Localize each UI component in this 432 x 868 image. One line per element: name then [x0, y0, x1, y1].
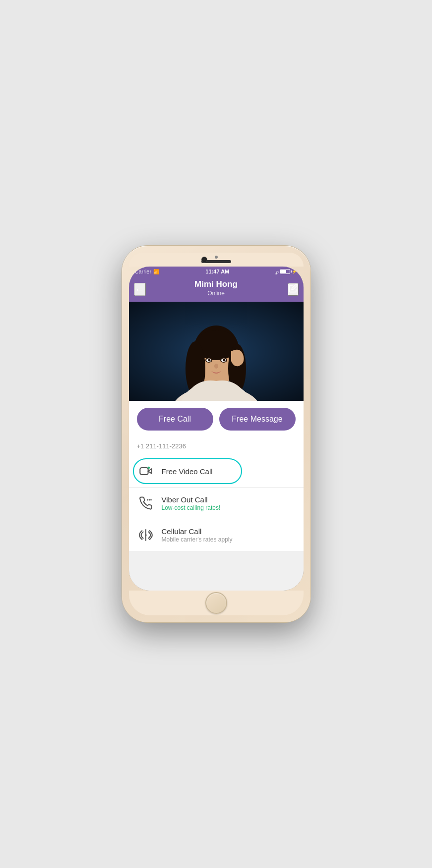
viber-out-title: Viber Out Call [162, 495, 221, 504]
cellular-subtitle: Mobile carrier's rates apply [162, 536, 233, 543]
screen: Carrier 📶 11:47 AM ℘ ⚡ ← Mimi Hong Onlin… [129, 267, 304, 591]
free-video-call-option[interactable]: Free Video Call [129, 455, 304, 487]
svg-point-13 [208, 359, 210, 362]
status-left: Carrier 📶 [135, 269, 160, 274]
viber-out-text: Viber Out Call Low-cost calling rates! [162, 495, 221, 511]
free-message-button[interactable]: Free Message [219, 408, 296, 431]
phone-device: Carrier 📶 11:47 AM ℘ ⚡ ← Mimi Hong Onlin… [122, 246, 310, 622]
free-video-call-text: Free Video Call [162, 467, 213, 476]
status-time: 11:47 AM [205, 269, 229, 274]
svg-point-20 [147, 499, 148, 500]
front-camera [215, 256, 218, 259]
home-button[interactable] [205, 592, 227, 614]
svg-rect-16 [140, 468, 148, 475]
battery-icon [280, 269, 290, 274]
cellular-call-option[interactable]: Cellular Call Mobile carrier's rates app… [129, 519, 304, 551]
contact-name: Mimi Hong [149, 279, 284, 289]
battery-fill [281, 270, 286, 273]
action-buttons: Free Call Free Message [129, 401, 304, 437]
contact-status: Online [149, 290, 284, 297]
wifi-icon: 📶 [153, 269, 159, 274]
cellular-icon [137, 526, 155, 544]
viber-out-subtitle: Low-cost calling rates! [162, 504, 221, 511]
cellular-title: Cellular Call [162, 527, 233, 536]
gray-area [129, 551, 304, 591]
svg-point-18 [148, 499, 150, 500]
svg-point-19 [150, 499, 152, 500]
edit-icon [289, 284, 298, 293]
svg-point-14 [223, 359, 225, 362]
phone-number-section: +1 211-111-2236 [129, 437, 304, 455]
status-right: ℘ ⚡ [275, 269, 297, 274]
cellular-text: Cellular Call Mobile carrier's rates app… [162, 527, 233, 543]
phone-inner: Carrier 📶 11:47 AM ℘ ⚡ ← Mimi Hong Onlin… [129, 267, 304, 591]
bluetooth-icon: ℘ [275, 269, 279, 274]
contact-header: ← Mimi Hong Online [129, 276, 304, 302]
svg-point-17 [147, 467, 150, 469]
profile-photo-svg [129, 302, 304, 401]
viber-out-icon [137, 494, 155, 512]
free-video-call-title: Free Video Call [162, 467, 213, 476]
free-call-button[interactable]: Free Call [137, 408, 213, 431]
edit-button[interactable] [288, 283, 299, 296]
camera [201, 257, 207, 263]
svg-point-15 [214, 364, 218, 369]
video-call-icon [137, 462, 155, 480]
bottom-bezel [129, 591, 304, 615]
carrier-label: Carrier [135, 269, 152, 274]
viber-out-call-option[interactable]: Viber Out Call Low-cost calling rates! [129, 488, 304, 519]
svg-point-22 [145, 534, 147, 536]
top-bezel [129, 253, 304, 267]
phone-number: +1 211-111-2236 [137, 442, 186, 450]
back-button[interactable]: ← [134, 282, 146, 296]
charging-icon: ⚡ [292, 269, 297, 274]
status-bar: Carrier 📶 11:47 AM ℘ ⚡ [129, 267, 304, 276]
profile-photo [129, 302, 304, 401]
